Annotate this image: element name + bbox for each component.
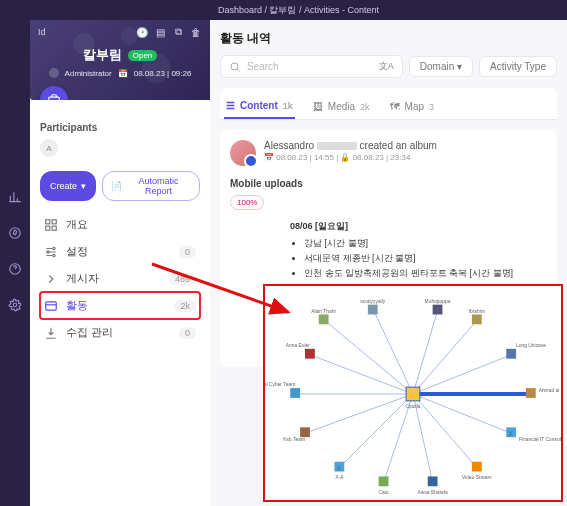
- svg-point-12: [231, 63, 238, 70]
- participants-heading: Participants: [40, 122, 200, 133]
- compass-icon[interactable]: [8, 226, 22, 240]
- svg-point-10: [53, 254, 55, 256]
- svg-text:scottyyyally: scottyyyally: [360, 299, 386, 304]
- domain-filter[interactable]: Domain ▾: [409, 56, 473, 77]
- redacted-text: [317, 142, 357, 150]
- translate-icon[interactable]: 文A: [379, 60, 394, 73]
- svg-rect-7: [52, 226, 56, 230]
- sliders-icon: [44, 245, 58, 259]
- svg-rect-38: [472, 462, 482, 472]
- activity-type-filter[interactable]: Activity Type: [479, 56, 557, 77]
- timestamp: 08.08.23 | 09:26: [134, 69, 192, 78]
- image-icon: 🖼: [313, 101, 323, 112]
- clock-icon[interactable]: 🕑: [136, 26, 148, 38]
- svg-rect-39: [428, 476, 438, 486]
- participant-chip[interactable]: A: [40, 139, 58, 157]
- list-item: 서대문역 제종반 [시간 불명]: [304, 252, 547, 265]
- svg-text:Anna Euler: Anna Euler: [286, 343, 311, 348]
- nav-publishers[interactable]: 게시자 489: [40, 265, 200, 292]
- download-icon: [44, 326, 58, 340]
- svg-line-24: [339, 394, 413, 468]
- left-panel: Participants A Create ▾ 📄Automatic Repor…: [30, 100, 210, 506]
- svg-rect-5: [52, 219, 56, 223]
- svg-point-8: [53, 247, 55, 249]
- role-label: Administrator: [65, 69, 112, 78]
- svg-point-2: [13, 303, 17, 307]
- svg-line-17: [413, 320, 477, 394]
- svg-rect-44: [290, 388, 300, 398]
- svg-rect-34: [506, 349, 516, 359]
- panel-title: 활동 내역: [220, 30, 557, 47]
- create-button[interactable]: Create ▾: [40, 171, 96, 201]
- svg-text:X-A: X-A: [335, 475, 344, 480]
- svg-rect-30: [319, 314, 329, 324]
- user-icon: [49, 68, 59, 78]
- search-icon: [229, 61, 241, 73]
- nav-activities[interactable]: 활동 2k: [40, 292, 200, 319]
- svg-rect-33: [472, 314, 482, 324]
- svg-rect-35: [526, 388, 536, 398]
- svg-line-16: [413, 311, 438, 394]
- search-input[interactable]: Search 文A: [220, 55, 403, 78]
- copy-icon[interactable]: ⧉: [172, 26, 184, 38]
- tab-content[interactable]: ☰ Content 1k: [224, 94, 295, 119]
- stats-icon[interactable]: [8, 190, 22, 204]
- avatar[interactable]: [230, 140, 256, 166]
- activity-icon: [44, 299, 58, 313]
- case-title: 칼부림: [83, 46, 122, 64]
- svg-rect-32: [433, 305, 443, 315]
- status-badge: Open: [128, 50, 158, 61]
- svg-text:Video Stream: Video Stream: [462, 475, 492, 480]
- svg-text:Long Unicave: Long Unicave: [516, 343, 546, 348]
- svg-text:Aissa Sharefa: Aissa Sharefa: [417, 490, 448, 495]
- case-header: Id 🕑 ▤ ⧉ 🗑 칼부림 Open Administrator 📅 08.0…: [30, 20, 210, 100]
- feed-headline: Alessandro created an album: [264, 140, 437, 151]
- svg-text:Caio: Caio: [379, 490, 389, 495]
- svg-line-21: [413, 394, 477, 468]
- svg-text:Ksb Team: Ksb Team: [283, 437, 305, 442]
- breadcrumb: Dashboard / 칼부림 / Activities - Content: [30, 0, 567, 20]
- svg-line-14: [325, 320, 413, 394]
- svg-line-25: [305, 394, 413, 433]
- case-title-row: 칼부림 Open: [38, 46, 202, 64]
- svg-rect-45: [305, 349, 315, 359]
- svg-line-18: [413, 355, 511, 394]
- svg-rect-6: [46, 226, 50, 230]
- tab-media[interactable]: 🖼 Media 2k: [311, 94, 372, 119]
- side-nav: 개요 설정 0 게시자 489 활동 2k 수집 관리 0: [40, 211, 200, 346]
- nav-collection[interactable]: 수집 관리 0: [40, 319, 200, 346]
- svg-rect-11: [46, 301, 57, 309]
- note-icon[interactable]: ▤: [154, 26, 166, 38]
- svg-line-20: [413, 394, 511, 433]
- chevron-right-icon: [44, 272, 58, 286]
- chevron-down-icon: ▾: [81, 181, 86, 191]
- list-item: 강남 [시간 불명]: [304, 237, 547, 250]
- svg-rect-31: [368, 305, 378, 315]
- svg-point-0: [10, 228, 21, 239]
- nav-rail: [0, 0, 30, 506]
- svg-rect-29: [406, 387, 420, 401]
- nav-overview[interactable]: 개요: [40, 211, 200, 238]
- svg-rect-4: [46, 219, 50, 223]
- gear-icon[interactable]: [8, 298, 22, 312]
- id-label: Id: [38, 27, 46, 37]
- network-graph-inset: X X Cipolla Alain Thahr scottyyyally Moh…: [263, 284, 563, 502]
- automatic-report-button[interactable]: 📄Automatic Report: [102, 171, 200, 201]
- svg-text:Mohopoppa: Mohopoppa: [425, 299, 451, 304]
- svg-rect-40: [379, 476, 389, 486]
- tab-map[interactable]: 🗺 Map 3: [388, 94, 436, 119]
- svg-text:Ahmad al: Ahmad al: [539, 388, 560, 393]
- trash-icon[interactable]: 🗑: [190, 26, 202, 38]
- list-item: 인천 송도 일방촉제공원의 펜타포트 축복 [시간 불명]: [304, 267, 547, 280]
- help-icon[interactable]: [8, 262, 22, 276]
- svg-text:Ibrahim: Ibrahim: [469, 309, 485, 314]
- map-icon: 🗺: [390, 101, 400, 112]
- svg-text:X: X: [508, 430, 513, 437]
- svg-text:X: X: [336, 465, 341, 472]
- svg-text:Cipolla: Cipolla: [406, 404, 421, 409]
- tabs: ☰ Content 1k 🖼 Media 2k 🗺 Map 3: [220, 88, 557, 120]
- svg-rect-43: [300, 427, 310, 437]
- svg-text:National Cyber Team: National Cyber Team: [265, 382, 295, 387]
- nav-settings[interactable]: 설정 0: [40, 238, 200, 265]
- album-title: Mobile uploads: [230, 178, 547, 189]
